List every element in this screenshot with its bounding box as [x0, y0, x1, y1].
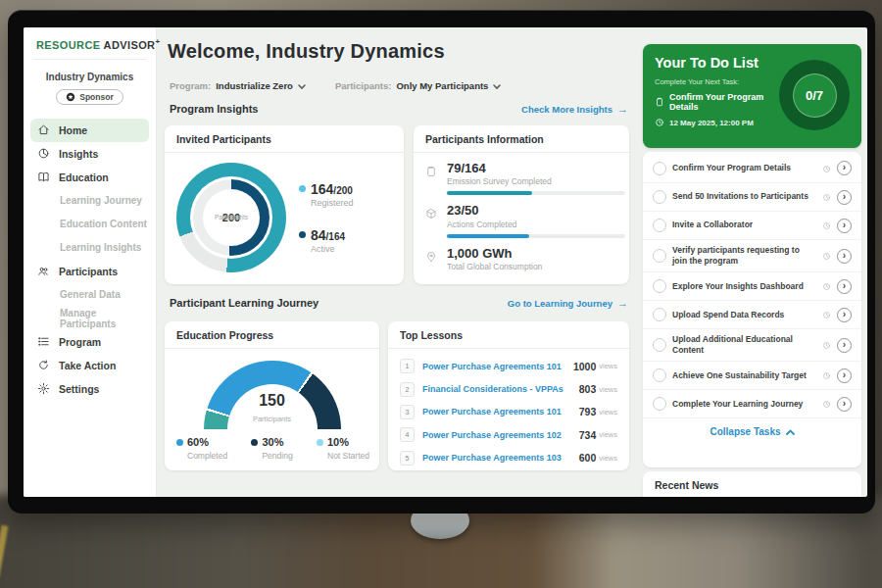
- brand-primary: RESOURCE: [36, 39, 101, 51]
- chevron-right-button[interactable]: ›: [837, 308, 852, 322]
- legend-label: Completed: [187, 451, 227, 461]
- go-to-learning-journey-link[interactable]: Go to Learning Journey→: [508, 297, 628, 309]
- chevron-right-button[interactable]: ›: [837, 397, 852, 412]
- sidebar-item-take-action[interactable]: Take Action: [24, 354, 156, 377]
- chevron-right-button[interactable]: ›: [837, 249, 852, 264]
- sidebar-item-participants[interactable]: Participants: [24, 260, 156, 283]
- collapse-tasks-button[interactable]: Collapse Tasks: [643, 417, 861, 443]
- check-more-insights-link[interactable]: Check More Insights→: [521, 103, 628, 115]
- metric-label: Total Global Consumption: [447, 262, 542, 271]
- metric-label: Actions Completed: [447, 220, 625, 229]
- metric-value: 1,000 GWh: [447, 247, 542, 261]
- progress-bar: [447, 191, 625, 195]
- todo-item-confirm-your-program-details: Confirm Your Program Details›: [643, 154, 861, 182]
- sidebar-item-learning-journey[interactable]: Learning Journey: [24, 189, 156, 213]
- sidebar-item-learning-insights[interactable]: Learning Insights: [24, 236, 156, 260]
- sponsor-icon: [66, 92, 75, 102]
- sidebar-item-manage-participants[interactable]: Manage Participants: [24, 307, 156, 330]
- checkbox-circle[interactable]: [653, 249, 666, 263]
- todo-item-invite-a-collaborator: Invite a Collaborator›: [643, 211, 861, 239]
- participants-filter-dropdown[interactable]: Participants: Only My Participants: [335, 76, 502, 94]
- lesson-views-suffix: views: [599, 362, 617, 370]
- clock-icon: [822, 247, 831, 265]
- lesson-link[interactable]: Power Purchase Agreements 101: [422, 407, 579, 416]
- participants-filter-value: Only My Participants: [396, 80, 488, 91]
- program-icon: [37, 335, 51, 348]
- sidebar-item-insights[interactable]: Insights: [24, 142, 156, 166]
- sidebar-item-education-content[interactable]: Education Content: [24, 213, 156, 236]
- lesson-views-suffix: views: [599, 408, 617, 416]
- program-filter-dropdown[interactable]: Program: Industrialize Zero: [170, 76, 306, 94]
- lesson-rank: 3: [400, 405, 415, 419]
- lesson-row: 2Financial Considerations - VPPAs803view…: [400, 377, 617, 400]
- settings-icon: [37, 382, 51, 395]
- sidebar-item-label: Education: [59, 172, 109, 183]
- sidebar-item-program[interactable]: Program: [24, 330, 156, 354]
- checkbox-circle[interactable]: [653, 308, 666, 321]
- pin-icon: [425, 247, 439, 271]
- checkbox-circle[interactable]: [653, 397, 666, 411]
- chevron-right-button[interactable]: ›: [837, 279, 852, 294]
- legend-value: 30%: [262, 436, 283, 448]
- todo-summary-card: Your To Do List Complete Your Next Task:…: [643, 44, 861, 148]
- info-metric-body: 23/50Actions Completed: [447, 204, 625, 237]
- clipboard-icon: [425, 162, 439, 195]
- checkbox-circle[interactable]: [653, 368, 666, 382]
- sidebar-item-label: General Data: [60, 289, 121, 300]
- metric-value: 79/164: [447, 162, 625, 175]
- sidebar-item-settings[interactable]: Settings: [24, 377, 156, 401]
- todo-progress-ring: 0/7: [779, 60, 850, 130]
- todo-item-upload-additional-educational-content: Upload Additional Educational Content›: [643, 328, 861, 361]
- checkbox-circle[interactable]: [653, 219, 666, 232]
- participants-icon: [37, 265, 51, 277]
- chevron-right-button[interactable]: ›: [837, 219, 852, 233]
- checkbox-circle[interactable]: [653, 190, 666, 204]
- lesson-link[interactable]: Power Purchase Agreements 101: [422, 362, 573, 371]
- todo-item-verify-participants-requesting-to-join-the-program: Verify participants requesting to join t…: [643, 239, 861, 271]
- legend-value: 10%: [327, 436, 349, 448]
- lesson-rank: 1: [400, 359, 415, 373]
- todo-item-label: Explore Your Insights Dashboard: [672, 281, 816, 292]
- program-filter-label: Program:: [170, 80, 211, 91]
- clock-icon: [655, 118, 664, 127]
- chevron-right-button[interactable]: ›: [837, 368, 852, 383]
- sidebar-item-home[interactable]: Home: [30, 119, 149, 142]
- gauge-legend-top: 60%: [176, 432, 227, 450]
- program-insights-header: Program Insights Check More Insights→: [170, 103, 628, 115]
- todo-item-label: Invite a Collaborator: [672, 220, 816, 230]
- progress-bar-fill: [447, 234, 529, 238]
- legend-dot: [299, 231, 306, 238]
- lesson-row: 1Power Purchase Agreements 1011000views: [400, 355, 617, 377]
- sidebar-item-education[interactable]: Education: [24, 166, 156, 189]
- lesson-views-suffix: views: [599, 385, 617, 394]
- sidebar-item-label: Manage Participants: [60, 308, 148, 329]
- chevron-right-button[interactable]: ›: [837, 161, 852, 175]
- legend-dot: [176, 439, 183, 446]
- todo-item-label: Complete Your Learning Journey: [672, 399, 816, 410]
- org-name: Industry Dynamics: [24, 72, 156, 82]
- lesson-row: 3Power Purchase Agreements 101793views: [400, 401, 617, 423]
- desk-photo-background: RESOURCEADVISOR+ Industry Dynamics Spons…: [0, 0, 882, 588]
- todo-item-send-50-invitations-to-participants: Send 50 Invitations to Participants›: [643, 182, 861, 211]
- legend-value: 60%: [187, 436, 209, 448]
- lesson-link[interactable]: Power Purchase Agreements 103: [422, 453, 579, 463]
- chevron-right-button[interactable]: ›: [837, 338, 852, 353]
- arrow-right-icon: →: [617, 297, 628, 309]
- gauge-legend-top: 30%: [251, 432, 292, 450]
- checkbox-circle[interactable]: [653, 338, 666, 352]
- lesson-link[interactable]: Power Purchase Agreements 102: [422, 430, 579, 440]
- lesson-link[interactable]: Financial Considerations - VPPAs: [422, 384, 579, 394]
- todo-item-explore-your-insights-dashboard: Explore Your Insights Dashboard›: [643, 271, 861, 300]
- todo-list: Confirm Your Program Details›Send 50 Inv…: [643, 154, 861, 417]
- checkbox-circle[interactable]: [653, 279, 666, 293]
- legend-label: Pending: [262, 451, 292, 461]
- chevron-up-icon: [786, 429, 795, 435]
- sidebar-item-general-data[interactable]: General Data: [24, 283, 156, 307]
- education-progress-title: Education Progress: [165, 321, 379, 349]
- recent-news-title: Recent News: [643, 471, 861, 497]
- lesson-views-value: 600: [579, 452, 597, 464]
- todo-item-label: Upload Additional Educational Content: [672, 334, 816, 356]
- metric-value: 23/50: [447, 204, 625, 218]
- chevron-right-button[interactable]: ›: [837, 190, 852, 205]
- checkbox-circle[interactable]: [653, 162, 666, 175]
